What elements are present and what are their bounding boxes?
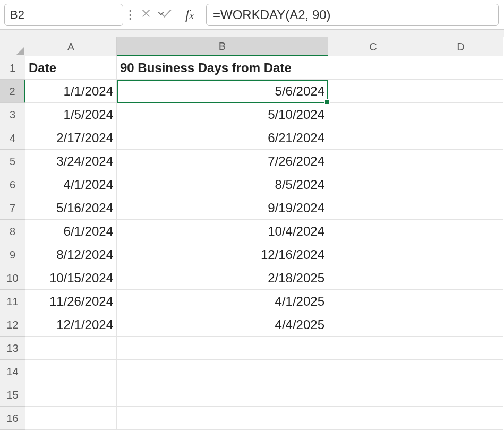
cell-B11[interactable]: 4/1/2025	[117, 290, 328, 313]
cell-C8[interactable]	[328, 220, 418, 243]
cell-B6[interactable]: 8/5/2024	[117, 173, 328, 196]
cell-D13[interactable]	[418, 337, 503, 360]
cell-D8[interactable]	[418, 220, 503, 243]
cell-A7[interactable]: 5/16/2024	[25, 196, 117, 220]
formula-input[interactable]	[213, 7, 498, 22]
cancel-formula-icon	[136, 7, 156, 22]
cell-D1[interactable]	[418, 56, 503, 80]
row-header-6[interactable]: 6	[0, 173, 25, 196]
formula-bar-options-icon[interactable]: ⋮	[123, 8, 136, 22]
formula-bar: ⋮ fx	[0, 0, 504, 30]
row-header-1[interactable]: 1	[0, 56, 25, 80]
col-header-C[interactable]: C	[328, 37, 418, 56]
cell-C7[interactable]	[328, 196, 418, 220]
formula-input-container	[206, 4, 499, 26]
row-header-5[interactable]: 5	[0, 150, 25, 173]
row-header-8[interactable]: 8	[0, 220, 25, 243]
cell-A5[interactable]: 3/24/2024	[25, 150, 117, 173]
cell-D5[interactable]	[418, 150, 503, 173]
cell-C1[interactable]	[328, 56, 418, 80]
cell-B14[interactable]	[117, 360, 328, 383]
cell-A16[interactable]	[25, 407, 117, 430]
cell-A15[interactable]	[25, 383, 117, 407]
cell-C3[interactable]	[328, 103, 418, 126]
row-header-14[interactable]: 14	[0, 360, 25, 383]
cell-A8[interactable]: 6/1/2024	[25, 220, 117, 243]
cell-D2[interactable]	[418, 80, 503, 103]
select-all-corner[interactable]	[0, 37, 25, 56]
cell-B8[interactable]: 10/4/2024	[117, 220, 328, 243]
cell-A12[interactable]: 12/1/2024	[25, 313, 117, 337]
row-header-13[interactable]: 13	[0, 337, 25, 360]
cell-B1[interactable]: 90 Business Days from Date	[117, 56, 328, 80]
cell-D10[interactable]	[418, 266, 503, 290]
row-header-12[interactable]: 12	[0, 313, 25, 337]
cell-D14[interactable]	[418, 360, 503, 383]
cell-D11[interactable]	[418, 290, 503, 313]
cell-C2[interactable]	[328, 80, 418, 103]
cell-D12[interactable]	[418, 313, 503, 337]
cell-A3[interactable]: 1/5/2024	[25, 103, 117, 126]
cell-A2[interactable]: 1/1/2024	[25, 80, 117, 103]
cell-A4[interactable]: 2/17/2024	[25, 126, 117, 150]
col-header-A[interactable]: A	[25, 37, 117, 56]
cell-D9[interactable]	[418, 243, 503, 266]
cell-D15[interactable]	[418, 383, 503, 407]
row-header-10[interactable]: 10	[0, 266, 25, 290]
row-header-9[interactable]: 9	[0, 243, 25, 266]
cell-B12[interactable]: 4/4/2025	[117, 313, 328, 337]
cell-A11[interactable]: 11/26/2024	[25, 290, 117, 313]
cell-C9[interactable]	[328, 243, 418, 266]
cell-A9[interactable]: 8/12/2024	[25, 243, 117, 266]
enter-formula-icon	[156, 6, 176, 23]
cell-C10[interactable]	[328, 266, 418, 290]
cell-C4[interactable]	[328, 126, 418, 150]
cell-D7[interactable]	[418, 196, 503, 220]
row-header-4[interactable]: 4	[0, 126, 25, 150]
cell-A1[interactable]: Date	[25, 56, 117, 80]
row-header-3[interactable]: 3	[0, 103, 25, 126]
insert-function-icon[interactable]: fx	[176, 7, 203, 23]
cell-B13[interactable]	[117, 337, 328, 360]
row-header-11[interactable]: 11	[0, 290, 25, 313]
cell-D4[interactable]	[418, 126, 503, 150]
cell-C16[interactable]	[328, 407, 418, 430]
cell-B9[interactable]: 12/16/2024	[117, 243, 328, 266]
cell-B2[interactable]: 5/6/2024	[117, 80, 328, 103]
cell-B16[interactable]	[117, 407, 328, 430]
cell-B4[interactable]: 6/21/2024	[117, 126, 328, 150]
col-header-D[interactable]: D	[418, 37, 503, 56]
grid-top-gap	[0, 30, 504, 37]
cell-A14[interactable]	[25, 360, 117, 383]
row-header-2[interactable]: 2	[0, 80, 25, 103]
cell-D16[interactable]	[418, 407, 503, 430]
row-header-7[interactable]: 7	[0, 196, 25, 220]
cell-A13[interactable]	[25, 337, 117, 360]
cell-A10[interactable]: 10/15/2024	[25, 266, 117, 290]
cell-D6[interactable]	[418, 173, 503, 196]
cell-C11[interactable]	[328, 290, 418, 313]
cell-B5[interactable]: 7/26/2024	[117, 150, 328, 173]
cell-C13[interactable]	[328, 337, 418, 360]
cell-C5[interactable]	[328, 150, 418, 173]
cell-B10[interactable]: 2/18/2025	[117, 266, 328, 290]
spreadsheet-grid: A B C D 1Date90 Business Days from Date2…	[0, 37, 504, 430]
row-header-15[interactable]: 15	[0, 383, 25, 407]
cell-C6[interactable]	[328, 173, 418, 196]
cell-B15[interactable]	[117, 383, 328, 407]
cell-A6[interactable]: 4/1/2024	[25, 173, 117, 196]
cell-B7[interactable]: 9/19/2024	[117, 196, 328, 220]
cell-B3[interactable]: 5/10/2024	[117, 103, 328, 126]
cell-C12[interactable]	[328, 313, 418, 337]
cell-D3[interactable]	[418, 103, 503, 126]
name-box-container	[4, 4, 123, 26]
cell-C15[interactable]	[328, 383, 418, 407]
row-header-16[interactable]: 16	[0, 407, 25, 430]
cell-C14[interactable]	[328, 360, 418, 383]
col-header-B[interactable]: B	[117, 37, 328, 56]
